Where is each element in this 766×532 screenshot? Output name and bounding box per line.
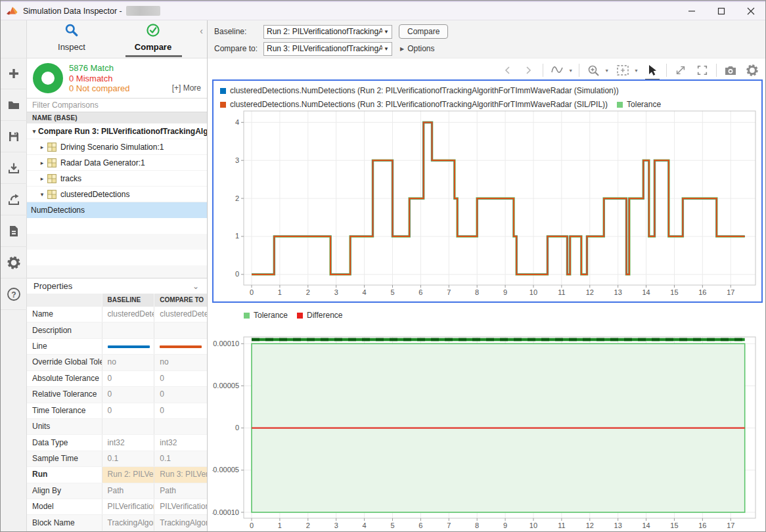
caret-down-icon[interactable]: ▾ xyxy=(30,128,38,135)
property-label: Data Type xyxy=(27,435,102,450)
toolbar-separator xyxy=(579,64,579,77)
zoom-in-icon xyxy=(587,64,600,77)
pointer-tool-button[interactable] xyxy=(644,62,660,78)
plus-icon xyxy=(7,67,20,80)
tree-row-compare-run[interactable]: ▾ Compare Run 3: PILVerificationofTracki… xyxy=(27,123,207,139)
snapshot-button[interactable] xyxy=(723,62,738,78)
nav-back-button[interactable] xyxy=(499,62,515,78)
tree-row-item[interactable]: ▸tracks xyxy=(27,171,207,187)
baseline-line-swatch xyxy=(108,345,150,348)
step-plot: 0123456789101112131415161701234 xyxy=(214,81,761,301)
signal-style-button[interactable] xyxy=(549,62,565,78)
import-button[interactable] xyxy=(1,152,27,184)
svg-text:4: 4 xyxy=(363,521,367,529)
maximize-button[interactable] xyxy=(706,2,736,20)
tree-row-item[interactable]: ▸Driving Scenario Simulation:1 xyxy=(27,139,207,155)
property-label: Line xyxy=(27,339,102,354)
caret-right-icon[interactable]: ▸ xyxy=(38,175,46,182)
properties-header[interactable]: Properties ⌄ xyxy=(27,278,207,294)
comparison-summary: 5876 Match 0 Mismatch 0 Not compared [+]… xyxy=(27,58,207,98)
minimize-button[interactable] xyxy=(677,2,706,20)
chevron-left-icon xyxy=(504,66,510,75)
empty-row xyxy=(27,234,207,250)
preferences-button[interactable] xyxy=(1,247,27,278)
property-label: Sample Time xyxy=(27,451,102,466)
property-baseline-value: 0 xyxy=(102,371,155,386)
options-toggle[interactable]: ▶ Options xyxy=(400,44,435,53)
property-row-units[interactable]: Units xyxy=(27,419,207,435)
tree-row-selected-signal[interactable]: NumDetections xyxy=(27,202,207,218)
tab-compare[interactable]: Compare xyxy=(117,23,189,57)
empty-row xyxy=(27,250,207,265)
svg-text:2: 2 xyxy=(306,521,310,529)
tree-row-item[interactable]: ▸Radar Data Generator:1 xyxy=(27,155,207,171)
tree-item-label: Driving Scenario Simulation:1 xyxy=(60,143,164,152)
save-icon xyxy=(7,130,20,143)
tree-row-item[interactable]: ▾clusteredDetections xyxy=(27,187,207,202)
property-row-sample-time[interactable]: Sample Time0.10.1 xyxy=(27,451,207,467)
signal-label: NumDetections xyxy=(31,206,85,215)
property-row-line[interactable]: Line xyxy=(27,339,207,355)
property-row-model[interactable]: ModelPILVerificationoPILVerificationo xyxy=(27,499,207,515)
baseline-select-value: Run 2: PILVerificationofTrackingAl xyxy=(267,27,382,36)
property-row-absolute-tolerance[interactable]: Absolute Tolerance00 xyxy=(27,371,207,387)
fullscreen-button[interactable] xyxy=(694,62,710,78)
caret-right-icon[interactable]: ▸ xyxy=(38,144,46,150)
collapse-panel-button[interactable]: ‹ xyxy=(200,26,203,36)
property-label: Model xyxy=(27,499,102,514)
report-icon xyxy=(7,225,20,238)
comparison-panel: Inspect Compare ‹ 5876 Match 0 Mismatch … xyxy=(27,20,208,531)
property-compare-value xyxy=(154,419,207,434)
property-row-run[interactable]: RunRun 2: PILVerifRun 3: PILVerif xyxy=(27,467,207,483)
property-row-override-global-tole[interactable]: Override Global Tolenono xyxy=(27,355,207,370)
fit-view-dropdown[interactable]: ▼ xyxy=(634,68,639,73)
baseline-select[interactable]: Run 2: PILVerificationofTrackingAl ▼ xyxy=(263,25,392,39)
save-session-button[interactable] xyxy=(1,121,27,152)
property-row-description[interactable]: Description xyxy=(27,322,207,338)
svg-text:11: 11 xyxy=(558,288,565,296)
create-report-button[interactable] xyxy=(1,215,27,247)
property-row-time-tolerance[interactable]: Time Tolerance00 xyxy=(27,403,207,419)
tree-item-label: Radar Data Generator:1 xyxy=(60,158,145,167)
open-session-button[interactable] xyxy=(1,89,27,121)
compare-button[interactable]: Compare xyxy=(399,24,448,39)
svg-text:8: 8 xyxy=(475,288,479,296)
legend-swatch-tolerance xyxy=(244,313,250,319)
zoom-tool-dropdown[interactable]: ▼ xyxy=(604,68,609,73)
compare-line-swatch xyxy=(160,345,202,348)
zoom-tool-button[interactable] xyxy=(585,62,601,78)
tab-inspect[interactable]: Inspect xyxy=(35,23,108,57)
difference-plot[interactable]: 012345678910111213141516170.000100.00005… xyxy=(212,324,762,531)
filter-comparisons-input[interactable]: Filter Comparisons xyxy=(27,98,207,112)
property-row-align-by[interactable]: Align ByPathPath xyxy=(27,483,207,499)
expand-axes-button[interactable] xyxy=(673,62,688,78)
property-row-relative-tolerance[interactable]: Relative Tolerance00 xyxy=(27,387,207,403)
help-button[interactable]: ? xyxy=(1,278,27,310)
caret-right-icon[interactable]: ▸ xyxy=(38,160,46,166)
plot-panel: Baseline: Run 2: PILVerificationofTracki… xyxy=(208,20,765,531)
more-link[interactable]: [+] More xyxy=(172,83,201,93)
add-run-button[interactable] xyxy=(1,58,27,89)
caret-down-icon[interactable]: ▾ xyxy=(38,191,46,198)
inspect-magnifier-icon xyxy=(64,23,79,37)
export-button[interactable] xyxy=(1,184,27,215)
chevron-down-icon[interactable]: ⌄ xyxy=(192,278,199,294)
svg-text:13: 13 xyxy=(614,521,622,529)
chevron-right-icon xyxy=(526,66,532,75)
svg-text:?: ? xyxy=(11,290,16,299)
plot-settings-button[interactable] xyxy=(744,62,760,78)
property-baseline-value: int32 xyxy=(102,435,155,450)
baseline-compare-chart[interactable]: clusteredDetections.NumDetections (Run 2… xyxy=(212,79,763,303)
property-row-name[interactable]: NameclusteredDetecclusteredDetec xyxy=(27,307,207,322)
nav-forward-button[interactable] xyxy=(521,62,537,78)
property-row-block-name[interactable]: Block NameTrackingAlgoritTrackingAlgorit xyxy=(27,515,207,531)
signal-style-dropdown[interactable]: ▼ xyxy=(568,68,573,73)
close-button[interactable] xyxy=(736,2,765,20)
property-baseline-value: clusteredDetec xyxy=(102,307,155,322)
compare-to-select[interactable]: Run 3: PILVerificationofTrackingAl ▼ xyxy=(263,42,392,56)
property-row-data-type[interactable]: Data Typeint32int32 xyxy=(27,435,207,451)
property-label: Block Name xyxy=(27,515,102,530)
fit-to-view-button[interactable] xyxy=(615,62,631,78)
folder-icon xyxy=(7,99,20,112)
compare-check-icon xyxy=(146,23,160,37)
